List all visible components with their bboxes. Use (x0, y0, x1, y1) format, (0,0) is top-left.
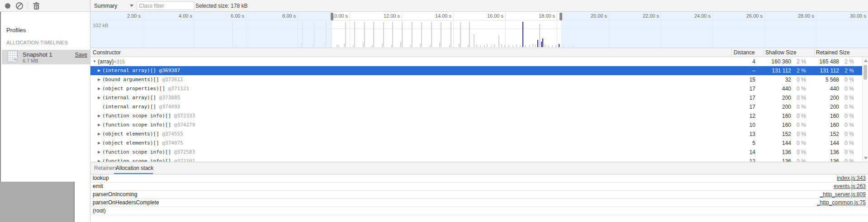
allocation-bar (373, 22, 374, 47)
retained-size-value: 5 568 (803, 75, 839, 84)
allocation-bar (439, 43, 440, 47)
allocation-bar (410, 45, 411, 47)
expand-arrow-icon[interactable]: ▶ (97, 111, 101, 121)
object-id: @372333 (174, 113, 195, 119)
allocation-bar (344, 43, 345, 47)
allocation-bar (337, 44, 337, 47)
table-row[interactable]: ▶(internal array)[] @373885172000 %2000 … (90, 93, 862, 102)
constructor-name: (function scope info)[] @372583 (102, 148, 195, 157)
constructor-name: (internal array)[] @373885 (102, 93, 180, 102)
selection-handle-left[interactable] (331, 13, 333, 20)
table-row[interactable]: ▶(function scope info)[] @372583141360 %… (90, 148, 862, 157)
table-row[interactable]: ▶(function scope info)[] @372333121600 %… (90, 111, 862, 121)
expand-arrow-icon[interactable]: ▶ (97, 66, 101, 75)
table-row[interactable]: ▶(object elements)[] @37407551440 %1440 … (90, 139, 862, 148)
allocation-bar-live (522, 22, 523, 47)
expand-arrow-icon[interactable]: ▶ (97, 139, 101, 148)
chevron-down-icon (130, 5, 133, 7)
allocation-bar (421, 22, 422, 47)
grid-scrollbar[interactable] (862, 57, 868, 162)
allocation-bar (469, 22, 470, 47)
allocation-bar-live (537, 40, 538, 47)
allocation-bar (400, 42, 401, 47)
table-row[interactable]: ▶(internal array)[] @369387–131 1122 %13… (90, 66, 862, 75)
perspective-select[interactable]: Summary (94, 0, 133, 11)
function-name: parserOnHeadersComplete (93, 199, 159, 207)
allocation-bar (431, 22, 432, 47)
source-link[interactable]: index.js:343 (837, 174, 866, 182)
record-button[interactable] (3, 0, 13, 11)
column-header-constructor[interactable]: Constructor (93, 49, 121, 56)
column-header-shallow-size[interactable]: Shallow Size (765, 49, 797, 56)
table-row[interactable]: ▶(function scope info)[] @372101121360 %… (90, 157, 862, 162)
stack-frame-row[interactable]: parserOnHeadersComplete_http_common.js:7… (90, 199, 868, 207)
expand-arrow-icon[interactable]: ▶ (97, 75, 101, 84)
table-row[interactable]: ▶(object elements)[] @374555131520 %1520… (90, 130, 862, 139)
distance-value: – (728, 66, 755, 75)
retained-size-value: 136 (803, 157, 839, 162)
save-link[interactable]: Save (75, 52, 87, 58)
constructor-name: (function scope info)[] @374279 (102, 121, 195, 130)
object-id: @371121 (168, 86, 189, 92)
constructor-name: (function scope info)[] @372333 (102, 111, 195, 121)
expand-arrow-icon[interactable]: ▶ (97, 121, 101, 130)
shallow-size-value: 136 (755, 148, 791, 157)
scroll-up-icon[interactable] (864, 59, 868, 62)
stack-frame-row[interactable]: lookupindex.js:343 (90, 174, 868, 183)
expand-arrow-icon[interactable]: ▶ (97, 157, 101, 162)
perspective-select-value: Summary (94, 3, 117, 9)
object-id: @372101 (174, 158, 195, 162)
expand-arrow-icon[interactable]: ▼ (92, 57, 97, 66)
tab-allocation-stack[interactable]: Allocation stack (113, 162, 156, 174)
allocation-bar (412, 22, 413, 47)
table-row[interactable]: ▶(function scope info)[] @374279101600 %… (90, 121, 862, 130)
table-row[interactable]: ▶(object properties)[] @371121174400 %44… (90, 84, 862, 93)
heap-grid-body: ▼(array)×3154160 3602 %165 4882 %▶(inter… (90, 57, 868, 162)
allocation-bar (501, 44, 502, 47)
allocation-bar (512, 45, 513, 47)
sidebar-item-snapshot-1[interactable]: % Snapshot 1 6.7 MB Save (2, 50, 91, 64)
function-name: parserOnIncoming (93, 191, 138, 198)
timeline-tick-label: 30.00 s (850, 13, 866, 19)
stack-frame-row[interactable]: parserOnIncoming_http_server.js:809 (90, 191, 868, 199)
table-row[interactable]: (internal array)[] @374093172000 %2000 % (90, 102, 862, 111)
source-link[interactable]: events.js:263 (834, 183, 866, 190)
shallow-size-value: 32 (755, 75, 791, 84)
source-link[interactable]: _http_server.js:809 (820, 191, 866, 198)
timeline-tick-label: 16.00 s (487, 13, 503, 19)
devtools-memory-panel: Summary Selected size: 178 kB Profiles A… (0, 0, 868, 222)
clear-all-profiles-button[interactable] (14, 0, 24, 11)
class-filter-input[interactable] (137, 1, 194, 10)
shallow-size-value: 152 (755, 130, 791, 139)
column-header-distance[interactable]: Distance (734, 49, 755, 56)
constructor-name: (internal array)[] @374093 (102, 102, 180, 111)
shallow-size-value: 440 (755, 84, 791, 93)
allocation-bar (535, 45, 536, 47)
scrollbar-thumb[interactable] (863, 65, 867, 80)
timeline-tick-label: 20.00 s (591, 13, 607, 19)
timeline-tick-label: 28.00 s (798, 13, 814, 19)
expand-arrow-icon[interactable]: ▶ (97, 148, 101, 157)
table-row[interactable]: ▼(array)×3154160 3602 %165 4882 % (90, 57, 862, 66)
source-link[interactable]: _http_common.js:75 (817, 199, 866, 207)
selection-handle-right[interactable] (560, 13, 562, 20)
active-tab-underline (114, 173, 153, 174)
expand-arrow-icon[interactable]: ▶ (97, 84, 101, 93)
object-id: @369387 (159, 68, 180, 73)
stack-frame-row[interactable]: emitevents.js:263 (90, 183, 868, 191)
retained-size-percent: 0 % (840, 130, 854, 139)
table-row[interactable]: ▶(bound arguments)[] @37361115320 %5 568… (90, 75, 862, 84)
delete-profile-button[interactable] (31, 0, 41, 11)
retained-size-value: 144 (803, 139, 839, 148)
timeline-tick-label: 14.00 s (435, 13, 451, 19)
scroll-down-icon[interactable] (864, 157, 868, 159)
allocation-bar-live (542, 39, 543, 47)
column-header-retained-size[interactable]: Retained Size (816, 49, 850, 56)
constructor-name: (function scope info)[] @372101 (102, 157, 195, 162)
stack-frame-row[interactable]: (root) (90, 207, 868, 215)
constructor-name: (object elements)[] @374555 (102, 130, 183, 139)
instance-count: ×315 (114, 59, 125, 64)
expand-arrow-icon[interactable]: ▶ (97, 93, 101, 102)
allocation-bar (516, 44, 517, 47)
expand-arrow-icon[interactable]: ▶ (97, 130, 101, 139)
